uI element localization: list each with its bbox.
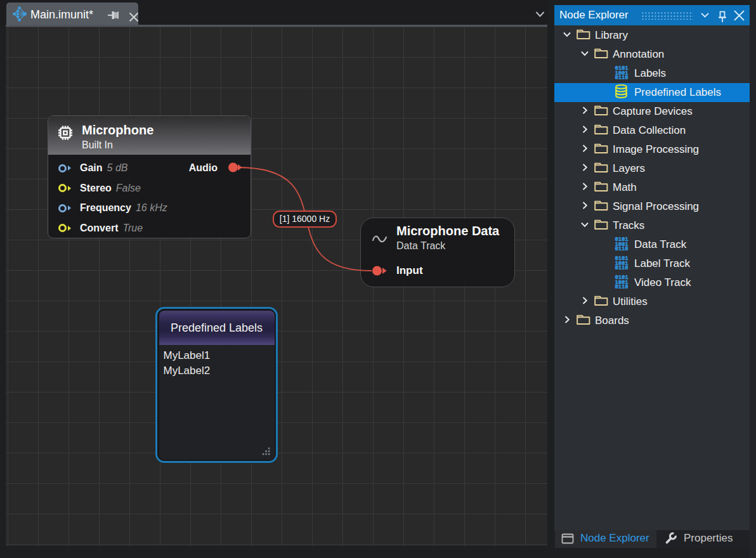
svg-text:0110: 0110 [615,75,629,79]
svg-text:0110: 0110 [615,246,629,250]
svg-text:0110: 0110 [615,265,629,269]
svg-text:0110: 0110 [615,284,629,289]
